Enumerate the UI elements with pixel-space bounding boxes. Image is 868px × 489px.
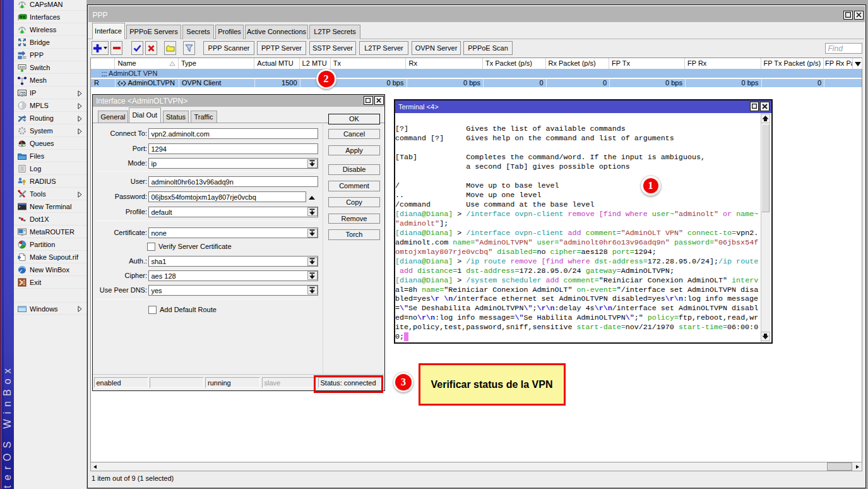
svg-text:255: 255 bbox=[19, 91, 26, 95]
